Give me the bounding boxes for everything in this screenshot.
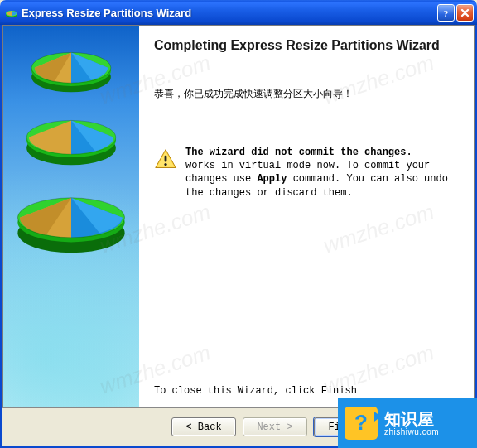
brand-cn: 知识屋 bbox=[384, 411, 439, 427]
next-button: Next > bbox=[243, 417, 307, 436]
svg-point-16 bbox=[164, 163, 166, 166]
disk-graphic-3 bbox=[12, 176, 131, 256]
brand-overlay: 知识屋 zhishiwu.com bbox=[338, 398, 477, 448]
brand-text: 知识屋 zhishiwu.com bbox=[384, 411, 439, 436]
disk-graphic-2 bbox=[20, 104, 123, 168]
wizard-sidebar bbox=[3, 26, 139, 407]
close-button[interactable] bbox=[456, 4, 474, 22]
warning-block: The wizard did not commit the changes. w… bbox=[154, 146, 460, 200]
warning-icon bbox=[154, 147, 177, 172]
brand-logo-icon bbox=[344, 407, 378, 440]
disk-graphic-1 bbox=[23, 37, 119, 95]
warning-line1: The wizard did not commit the changes. bbox=[186, 147, 412, 158]
disk-icon bbox=[5, 6, 18, 19]
next-label: Next > bbox=[257, 422, 292, 433]
back-label: < Back bbox=[186, 422, 221, 433]
warning-apply: Apply bbox=[257, 173, 287, 185]
back-button[interactable]: < Back bbox=[171, 417, 236, 436]
close-hint: To close this Wizard, click Finish bbox=[154, 385, 460, 397]
help-button[interactable]: ? bbox=[437, 4, 455, 22]
warning-text: The wizard did not commit the changes. w… bbox=[186, 146, 460, 200]
watermark: wmzhe.com bbox=[320, 199, 437, 258]
wizard-main: Completing Express Resize Partitions Wiz… bbox=[139, 26, 474, 407]
help-icon: ? bbox=[441, 7, 451, 18]
page-title: Completing Express Resize Partitions Wiz… bbox=[154, 37, 460, 54]
window-body: Completing Express Resize Partitions Wiz… bbox=[0, 25, 477, 448]
content-area: Completing Express Resize Partitions Wiz… bbox=[2, 25, 475, 407]
brand-en: zhishiwu.com bbox=[384, 427, 439, 436]
svg-rect-15 bbox=[165, 156, 167, 162]
window-title: Express Resize Partitions Wizard bbox=[22, 7, 437, 19]
congrats-text: 恭喜，你已成功完成快速调整分区大小向导！ bbox=[154, 87, 460, 101]
svg-text:?: ? bbox=[444, 7, 449, 17]
titlebar-buttons: ? bbox=[437, 4, 474, 22]
close-icon bbox=[460, 7, 470, 18]
titlebar: Express Resize Partitions Wizard ? bbox=[0, 0, 477, 25]
